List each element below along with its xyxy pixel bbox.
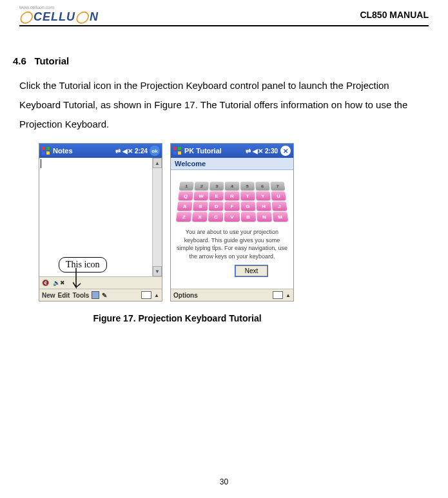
- keycap: N: [257, 212, 272, 222]
- svg-rect-2: [42, 151, 45, 155]
- ok-button[interactable]: ok: [150, 146, 160, 156]
- keycap: F: [225, 202, 240, 211]
- manual-title: CL850 MANUAL: [360, 10, 429, 20]
- volume-icon[interactable]: ◀✕: [253, 148, 263, 155]
- callout-pointer-icon: [73, 268, 92, 294]
- keycap: D: [209, 202, 224, 211]
- pkt-subheader: Welcome: [171, 158, 293, 170]
- screenshot-pktutorial: PK Tutorial ⇄ ◀✕ 2:30 ✕ Welcome 1 2 3 4 …: [170, 143, 294, 302]
- keycap: C: [208, 212, 223, 222]
- notes-tool-row: 🔇 🔈✖: [39, 276, 162, 289]
- keycap: E: [209, 191, 224, 200]
- menu-options[interactable]: Options: [173, 292, 198, 299]
- keycap: M: [273, 212, 288, 222]
- keycap: Z: [176, 212, 191, 222]
- keycap: 6: [255, 182, 269, 190]
- page-header: www.celluon.com ◯ CELLU ◯ N CL850 MANUAL: [19, 5, 429, 26]
- pkt-body: 1 2 3 4 5 6 7 Q W E R T Y U A S D: [171, 170, 293, 289]
- keycap: X: [192, 212, 208, 222]
- record-icon[interactable]: [92, 291, 99, 299]
- app-title: PK Tutorial: [184, 147, 222, 155]
- clock: 2:24: [135, 148, 148, 155]
- brand-url: www.celluon.com: [19, 5, 54, 10]
- keycap: J: [272, 202, 287, 211]
- keycap: G: [240, 202, 255, 211]
- figure-screens: Notes ⇄ ◀✕ 2:24 ok ▲ ▼ This icon: [39, 143, 429, 302]
- sip-caret-icon[interactable]: ▲: [154, 292, 159, 298]
- callout: This icon: [59, 257, 107, 273]
- scroll-down-button[interactable]: ▼: [153, 266, 162, 276]
- keycap: 1: [179, 182, 194, 190]
- svg-rect-5: [178, 147, 181, 150]
- connectivity-icon[interactable]: ⇄: [115, 148, 121, 155]
- keycap: T: [240, 191, 255, 200]
- keycap: 2: [195, 182, 209, 190]
- logo-ring-icon: ◯: [75, 10, 89, 24]
- keycap: 5: [240, 182, 255, 190]
- next-button[interactable]: Next: [235, 265, 268, 276]
- sound-off-icon[interactable]: 🔈✖: [53, 280, 65, 286]
- scroll-up-button[interactable]: ▲: [153, 158, 162, 168]
- sip-keyboard-icon[interactable]: [273, 291, 283, 299]
- keycap: R: [225, 191, 239, 200]
- keycap: B: [240, 212, 255, 222]
- screenshot-notes: Notes ⇄ ◀✕ 2:24 ok ▲ ▼ This icon: [39, 143, 162, 302]
- keycap: 4: [225, 182, 239, 190]
- keycap: W: [194, 191, 209, 200]
- notes-scrollbar[interactable]: ▲ ▼: [152, 158, 162, 276]
- section-heading: 4.6 Tutorial: [13, 55, 429, 66]
- pkt-menu-bar: Options ▲: [171, 289, 293, 301]
- start-icon[interactable]: [173, 146, 182, 155]
- menu-edit[interactable]: Edit: [58, 292, 70, 299]
- keycap: U: [271, 191, 286, 200]
- start-icon[interactable]: [41, 146, 50, 155]
- svg-rect-7: [178, 151, 181, 155]
- page-number: 30: [0, 477, 448, 486]
- titlebar-pkt: PK Tutorial ⇄ ◀✕ 2:30 ✕: [171, 144, 293, 158]
- titlebar-notes: Notes ⇄ ◀✕ 2:24 ok: [39, 144, 162, 158]
- pen-icon[interactable]: ✎: [102, 292, 107, 299]
- svg-rect-3: [46, 151, 50, 155]
- mute-icon[interactable]: 🔇: [42, 280, 49, 286]
- connectivity-icon[interactable]: ⇄: [246, 148, 251, 155]
- keycap: H: [256, 202, 271, 211]
- keycap: V: [224, 212, 239, 222]
- svg-rect-4: [173, 147, 177, 150]
- keycap: 3: [209, 182, 224, 190]
- keycap: A: [177, 202, 193, 211]
- sip-caret-icon[interactable]: ▲: [286, 292, 291, 298]
- menu-new[interactable]: New: [42, 292, 55, 299]
- close-button[interactable]: ✕: [280, 145, 291, 157]
- svg-rect-0: [42, 147, 45, 150]
- keycap: Q: [178, 191, 193, 200]
- keyboard-illustration: 1 2 3 4 5 6 7 Q W E R T Y U A S D: [176, 182, 288, 222]
- figure-caption: Figure 17. Projection Keyboard Tutorial: [39, 313, 316, 323]
- text-cursor: [41, 159, 41, 168]
- app-title: Notes: [53, 147, 73, 155]
- keycap: 7: [270, 182, 285, 190]
- volume-icon[interactable]: ◀✕: [122, 148, 133, 155]
- svg-rect-6: [173, 151, 177, 155]
- logo-ring-icon: ◯: [19, 10, 33, 24]
- keycap: S: [193, 202, 208, 211]
- section-body: Click the Tutorial icon in the Projectio…: [19, 76, 429, 134]
- brand-logo: www.celluon.com ◯ CELLU ◯ N: [19, 5, 99, 24]
- clock: 2:30: [265, 148, 278, 155]
- brand-name-2: N: [90, 10, 99, 24]
- notes-menu-bar: New Edit Tools ✎ ▲: [39, 289, 162, 301]
- svg-rect-1: [46, 147, 50, 150]
- sip-keyboard-icon[interactable]: [141, 291, 151, 299]
- notes-canvas[interactable]: ▲ ▼ This icon: [39, 158, 162, 276]
- tutorial-text: You are about to use your projection key…: [176, 228, 288, 260]
- keycap: Y: [256, 191, 271, 200]
- brand-name-1: CELLU: [34, 10, 75, 24]
